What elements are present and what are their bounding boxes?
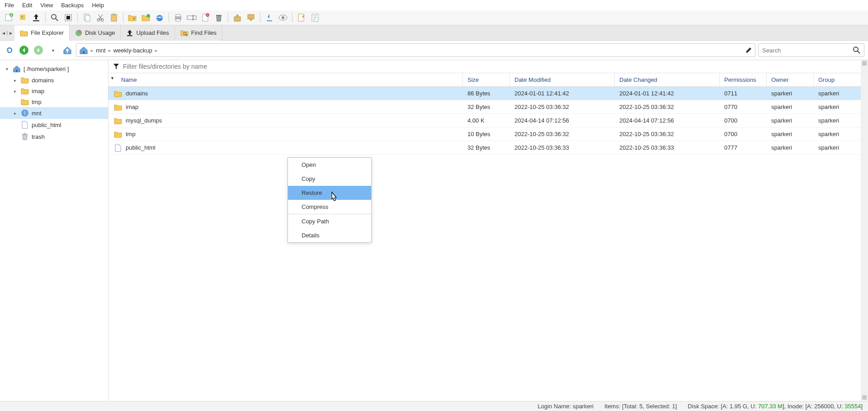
search-box[interactable] bbox=[758, 43, 864, 57]
row-group: sparkeri bbox=[814, 128, 861, 141]
tree-item-trash[interactable]: trash bbox=[0, 131, 108, 142]
tab-disk-usage[interactable]: Disk Usage bbox=[70, 25, 121, 41]
tb-trash-icon[interactable] bbox=[213, 12, 224, 23]
tb-move-folder-icon[interactable] bbox=[127, 12, 138, 23]
table-row[interactable]: imap32 Bytes2022-10-25 03:36:322022-10-2… bbox=[108, 100, 861, 114]
context-details[interactable]: Details bbox=[288, 228, 371, 242]
tb-search-icon[interactable] bbox=[49, 12, 60, 23]
trash-icon bbox=[21, 132, 29, 141]
header-dropdown-icon[interactable]: ▼ bbox=[110, 76, 114, 80]
tb-preview-icon[interactable] bbox=[278, 12, 288, 23]
table-row[interactable]: public_html32 Bytes2022-10-25 03:36:3320… bbox=[108, 141, 861, 155]
col-group[interactable]: Group bbox=[814, 73, 861, 86]
caret-right-icon[interactable]: ▸ bbox=[12, 78, 18, 83]
svg-rect-6 bbox=[66, 16, 70, 19]
filter-input[interactable] bbox=[123, 63, 856, 70]
folder-icon bbox=[114, 90, 122, 98]
row-date-modified: 2022-10-25 03:36:32 bbox=[510, 128, 615, 141]
tb-paste-icon[interactable] bbox=[108, 12, 119, 23]
table-header[interactable]: ▼ Name Size Date Modified Date Changed P… bbox=[108, 73, 861, 87]
col-name[interactable]: Name bbox=[108, 73, 463, 86]
tb-rename-icon[interactable] bbox=[186, 12, 197, 23]
caret-right-icon[interactable]: ▸ bbox=[12, 89, 18, 94]
sidebar-tree[interactable]: ▾ [ /home/sparkeri ] ▸domains▸imaptmp▸mn… bbox=[0, 60, 108, 401]
breadcrumb-segment[interactable]: weekly-backup bbox=[113, 47, 152, 54]
col-date-modified[interactable]: Date Modified bbox=[510, 73, 615, 86]
tree-item-public_html[interactable]: public_html bbox=[0, 119, 108, 131]
reload-button[interactable] bbox=[4, 44, 15, 56]
history-dropdown-icon[interactable]: ▾ bbox=[47, 44, 59, 56]
tb-edit-icon[interactable] bbox=[296, 12, 307, 23]
filter-bar[interactable] bbox=[108, 60, 861, 73]
row-group: sparkeri bbox=[814, 87, 861, 100]
caret-right-icon[interactable]: ▸ bbox=[12, 111, 18, 116]
svg-rect-17 bbox=[176, 19, 180, 21]
tab-file-explorer[interactable]: File Explorer bbox=[14, 25, 70, 41]
menu-backups[interactable]: Backups bbox=[61, 2, 84, 9]
row-permissions: 0770 bbox=[720, 100, 767, 113]
tb-copy-icon[interactable] bbox=[81, 12, 92, 23]
breadcrumb[interactable]: ▸ mnt▸weekly-backup▸ bbox=[76, 43, 755, 57]
row-date-modified: 2024-04-14 07:12:56 bbox=[510, 114, 615, 127]
menu-file[interactable]: File bbox=[5, 2, 14, 9]
tree-item-imap[interactable]: ▸imap bbox=[0, 85, 108, 96]
menu-edit[interactable]: Edit bbox=[22, 2, 32, 9]
svg-rect-23 bbox=[234, 17, 241, 21]
tab-find-files[interactable]: Find Files bbox=[175, 25, 222, 41]
table-row[interactable]: mysql_dumps4.00 K2024-04-14 07:12:562024… bbox=[108, 114, 861, 128]
search-icon[interactable] bbox=[853, 47, 860, 54]
row-date-changed: 2022-10-25 03:36:33 bbox=[615, 141, 720, 154]
tb-link-icon[interactable] bbox=[154, 12, 165, 23]
vertical-scrollbar[interactable] bbox=[861, 60, 868, 401]
context-compress[interactable]: Compress bbox=[288, 200, 371, 214]
context-copy-path[interactable]: Copy Path bbox=[288, 214, 371, 228]
table-row[interactable]: domains86 Bytes2024-01-01 12:41:422024-0… bbox=[108, 87, 861, 100]
tb-compress-icon[interactable] bbox=[245, 12, 256, 23]
row-date-modified: 2022-10-25 03:36:32 bbox=[510, 100, 615, 113]
chevron-right-icon: ▸ bbox=[91, 48, 93, 53]
tb-download-icon[interactable] bbox=[17, 12, 28, 23]
edit-path-icon[interactable] bbox=[745, 47, 752, 54]
tree-root[interactable]: ▾ [ /home/sparkeri ] bbox=[0, 63, 108, 75]
col-owner[interactable]: Owner bbox=[767, 73, 814, 86]
tb-delete-doc-icon[interactable] bbox=[200, 12, 211, 23]
context-copy[interactable]: Copy bbox=[288, 172, 371, 186]
tree-item-tmp[interactable]: tmp bbox=[0, 96, 108, 107]
col-permissions[interactable]: Permissions bbox=[720, 73, 767, 86]
col-date-changed[interactable]: Date Changed bbox=[615, 73, 720, 86]
menu-help[interactable]: Help bbox=[92, 2, 104, 9]
table-row[interactable]: tmp10 Bytes2022-10-25 03:36:322022-10-25… bbox=[108, 128, 861, 141]
tb-extract-icon[interactable] bbox=[232, 12, 243, 23]
tree-root-label: [ /home/sparkeri ] bbox=[24, 66, 69, 72]
tree-item-domains[interactable]: ▸domains bbox=[0, 75, 108, 85]
menubar: FileEditViewBackupsHelp bbox=[0, 0, 868, 10]
folder-icon bbox=[21, 87, 29, 94]
status-login: Login Name: sparkeri bbox=[538, 403, 594, 410]
back-button[interactable] bbox=[18, 44, 30, 56]
svg-rect-42 bbox=[16, 70, 18, 72]
row-owner: sparkeri bbox=[767, 128, 814, 141]
tb-properties-icon[interactable] bbox=[310, 12, 321, 23]
tab-handle-icon[interactable]: ◂ ⁝ ▸ bbox=[0, 30, 14, 36]
tb-print-icon[interactable] bbox=[173, 12, 184, 23]
menu-view[interactable]: View bbox=[40, 2, 53, 9]
caret-down-icon[interactable]: ▾ bbox=[4, 66, 10, 71]
up-button[interactable] bbox=[61, 44, 73, 56]
home-icon[interactable] bbox=[79, 46, 88, 54]
tree-item-mnt[interactable]: ▸mnt bbox=[0, 107, 108, 119]
tab-upload-files[interactable]: Upload Files bbox=[121, 25, 175, 41]
tree-label: tmp bbox=[32, 99, 42, 105]
tb-cut-icon[interactable] bbox=[95, 12, 106, 23]
tb-download-arrow-icon[interactable] bbox=[264, 12, 275, 23]
col-size[interactable]: Size bbox=[463, 73, 510, 86]
tb-new-icon[interactable] bbox=[4, 12, 14, 23]
breadcrumb-segment[interactable]: mnt bbox=[96, 47, 106, 54]
search-input[interactable] bbox=[762, 47, 850, 54]
context-restore[interactable]: Restore bbox=[288, 186, 371, 200]
tb-upload-icon[interactable] bbox=[31, 12, 42, 23]
forward-button[interactable] bbox=[33, 44, 44, 56]
tb-copy-folder-icon[interactable] bbox=[141, 12, 151, 23]
tb-select-all-icon[interactable] bbox=[63, 12, 74, 23]
svg-rect-45 bbox=[24, 133, 26, 134]
context-open[interactable]: Open bbox=[288, 158, 371, 172]
